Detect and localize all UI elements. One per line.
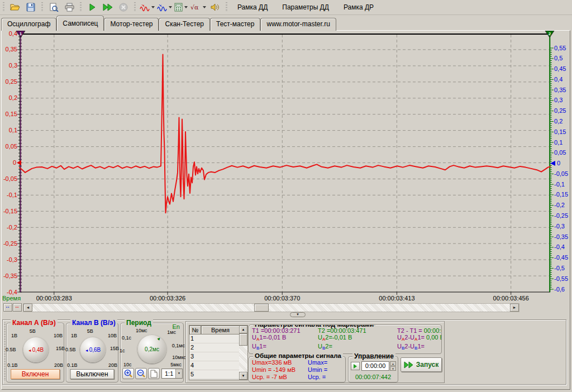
marker-label-1: 1 [20,31,22,36]
table-scrollbar[interactable]: ▲▼ [239,326,247,380]
right-axis-tick-label: -0,45 [554,254,568,261]
tab-скан-тестер[interactable]: Скан-Тестер [159,18,210,31]
chevron-down-icon[interactable] [169,6,172,8]
calculator-button[interactable] [174,1,188,14]
scrollbar-thumb[interactable] [254,304,269,312]
svg-text:√α: √α [190,4,199,11]
period-scale-label: 0,1мс [172,343,185,348]
left-axis-tick-label: -0,3 [7,256,17,263]
channel-b-scale-label: 10В [108,333,117,338]
spin-down-icon[interactable]: ▼ [390,366,396,371]
channel-a-value: 0,4В [28,347,44,353]
tab-мотор-тестер[interactable]: Мотор-тестер [104,18,159,31]
control-time-spinner[interactable]: ▲ ▼ [390,361,396,371]
table-row-number: 5 [190,371,194,377]
period-scale-label: 1с [120,348,125,353]
chevron-down-icon[interactable] [184,6,188,8]
scroll-left-button[interactable]: ◄ [23,304,32,312]
scroll-right-button[interactable]: ► [510,304,519,312]
period-knob[interactable]: 0,2мс [137,334,166,364]
marker-params-title: Параметры сигнала под маркерами [253,324,375,328]
signal-b-button[interactable] [156,1,173,14]
ramka-dd-button[interactable]: Рамка ДД [231,1,274,13]
channel-a-scale-label: 10В [54,333,63,338]
channel-a-state-button[interactable]: Включен [11,369,60,379]
tab-самописец[interactable]: Самописец [56,16,104,31]
time-scrollbar[interactable]: ◄ ► [23,303,519,312]
right-axis-tick-label: 0,25 [554,107,566,114]
channel-b-zero-marker[interactable] [550,161,555,166]
events-table[interactable]: №Время12345▲▼ [189,325,248,380]
period-title: Период [125,319,153,327]
scroll-down-button[interactable]: ▼ [239,372,247,380]
chevron-down-icon[interactable]: ▼ [175,369,182,378]
save-button[interactable] [23,1,38,14]
table-row-number: 1 [190,335,194,342]
table-scrollbar-thumb[interactable] [239,333,247,346]
tab-тест-мастер[interactable]: Тест-мастер [210,18,260,31]
dots-blue-button[interactable]: ▪▪ [3,303,12,312]
tab-www.motor-master.ru[interactable]: www.motor-master.ru [260,18,336,31]
scale-ratio-select[interactable]: 1:1 ▼ [161,369,183,379]
channel-a-scale-label: 20В [54,362,63,368]
right-axis-tick-label: 0,35 [554,87,566,93]
parametry-dd-button[interactable]: Параметры ДД [275,1,336,13]
table-header[interactable]: Время [201,326,240,334]
collapse-panel-button[interactable]: ▼ [290,312,306,317]
channel-a-knob[interactable]: 0,4В [23,337,49,362]
calculator-icon [174,3,183,12]
table-row[interactable]: 4 [189,361,240,370]
print-icon [65,3,74,12]
table-row-number: 4 [190,362,194,369]
print-preview-icon [49,3,59,12]
marker-param-value: UА1=-0,01 В [252,334,318,343]
table-row[interactable]: 3 [189,352,240,361]
chevron-down-icon[interactable] [203,6,206,8]
new-page-button[interactable] [148,368,160,379]
zoom-in-button[interactable] [122,368,134,379]
start-button[interactable]: Запуск [401,357,442,372]
tab-осциллограф[interactable]: Осциллограф [1,18,56,31]
chevron-down-icon[interactable] [151,6,155,8]
toolbar-gripper [3,2,4,12]
play-button[interactable] [85,1,99,14]
right-axis-tick-label: 0,5 [554,55,563,61]
left-axis-tick-label: 0,1 [9,127,17,133]
table-row[interactable]: 5 [189,370,240,379]
common-param-column: Umax=Umin =Uср. = [308,359,345,381]
common-param-value: Umin = [308,366,345,374]
scroll-up-button[interactable]: ▲ [239,326,247,333]
print-preview-button[interactable] [46,1,61,14]
signal-a-icon [140,3,150,12]
zoom-out-icon [137,369,146,378]
spin-up-icon[interactable]: ▲ [390,361,396,366]
signal-a-button[interactable] [139,1,155,14]
table-header[interactable]: № [189,326,201,334]
sound-button[interactable] [208,1,222,14]
signal-chart[interactable]: 0,40,350,30,250,20,150,10,050-0,05-0,1-0… [0,31,572,303]
open-button[interactable] [8,1,22,14]
zoom-out-button[interactable] [135,368,147,379]
ramka-dr-button[interactable]: Рамка ДР [337,1,380,13]
fast-forward-button[interactable] [101,1,115,14]
right-axis-tick-label: 0,05 [554,149,566,156]
control-play-button[interactable] [351,362,360,370]
control-time-input[interactable]: 0:00:00 [361,361,389,371]
table-row[interactable]: 1 [189,334,240,343]
marker-param-value: UА2=-0,01 В [318,334,397,343]
x-axis-tick-label: 00:00:03:413 [379,295,414,302]
x-axis-title: Время [2,295,21,302]
dots-red-button[interactable]: ▪▪ [13,303,22,312]
toolbar-gripper [41,2,43,12]
plot-top-border [20,34,550,35]
channel-b-state-button[interactable]: Выключен [70,369,114,379]
right-axis-tick-label: -0,05 [554,170,568,177]
table-row[interactable]: 2 [189,343,240,352]
print-button[interactable] [62,1,77,14]
period-scale-label: 1мс [167,329,176,335]
elapsed-time: 00:00:07:442 [349,374,398,380]
formula-button[interactable]: √α [189,1,207,14]
channel-a-zero-marker[interactable] [17,160,21,165]
channel-b-knob[interactable]: 0,6В [80,337,106,362]
channel-b-scale-label: 0.1В [67,362,78,368]
